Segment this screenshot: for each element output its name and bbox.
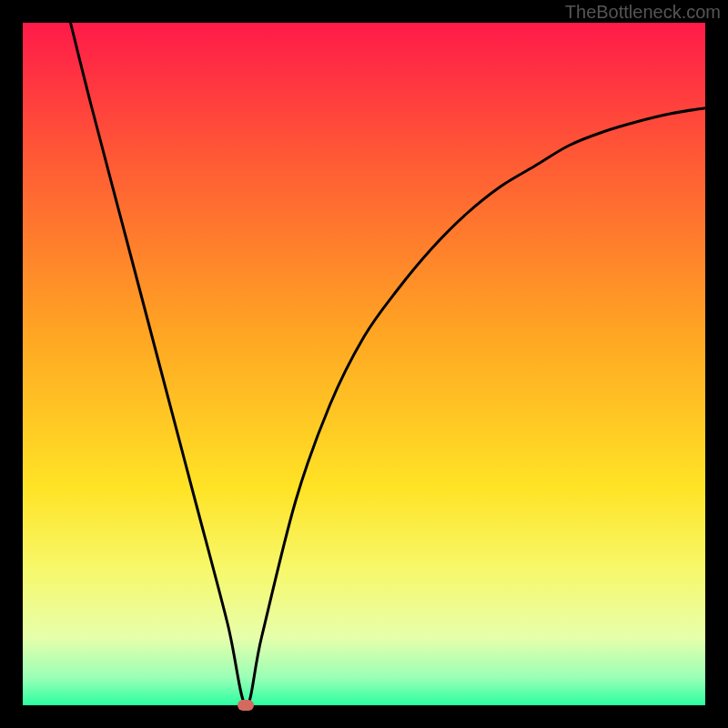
credit-text: TheBottleneck.com (565, 2, 721, 23)
plot-area (23, 23, 705, 705)
heatmap-gradient (23, 23, 705, 705)
minimum-marker (238, 700, 254, 711)
svg-rect-0 (23, 23, 705, 705)
chart-container: TheBottleneck.com (0, 0, 728, 728)
